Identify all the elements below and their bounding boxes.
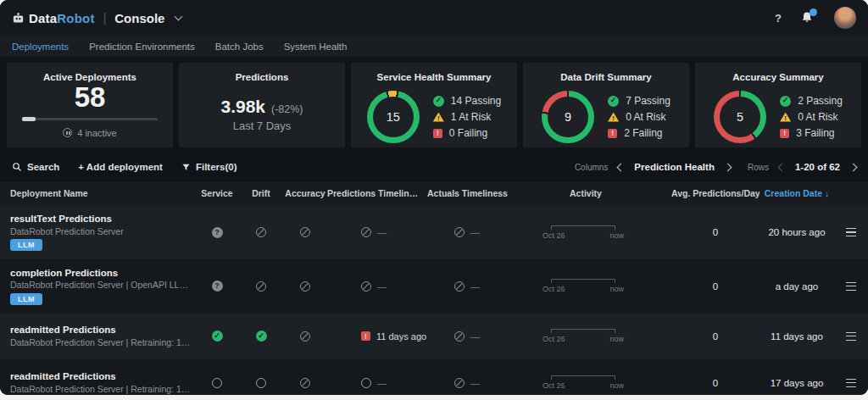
accuracy-donut-chart: 5: [714, 91, 766, 143]
search-button[interactable]: Search: [12, 162, 59, 172]
drift-status-icon: [256, 227, 266, 237]
legend-label: 2 Failing: [624, 127, 662, 139]
predictions-timeliness-icon: [361, 378, 371, 388]
table-row[interactable]: readmitted Predictions DataRobot Predict…: [0, 313, 868, 359]
header-accuracy[interactable]: Accuracy: [283, 188, 327, 198]
deployment-name-cell[interactable]: completion Predictions DataRobot Predict…: [0, 268, 195, 305]
card-title: Service Health Summary: [351, 72, 517, 82]
actuals-timeliness-icon: [454, 281, 465, 292]
card-title: Accuracy Summary: [695, 72, 861, 82]
datarobot-logo[interactable]: DataRobot: [12, 11, 95, 25]
tab-deployments[interactable]: Deployments: [12, 42, 69, 52]
passing-icon: [433, 96, 444, 107]
llm-badge: LLM: [10, 293, 42, 305]
filters-button[interactable]: Filters(0): [181, 162, 237, 172]
service-status-icon: [212, 227, 223, 238]
table-row[interactable]: completion Predictions DataRobot Predict…: [0, 259, 868, 313]
rows-prev-icon[interactable]: [777, 163, 786, 171]
accuracy-status-icon: [300, 378, 310, 388]
console-app-switcher[interactable]: Console: [114, 11, 181, 25]
accuracy-status-icon: [300, 281, 310, 292]
inactive-pause-icon: [63, 128, 72, 137]
legend-label: 14 Passing: [451, 95, 501, 107]
drift-status-icon: [256, 281, 266, 292]
legend-label: 0 Failing: [449, 127, 487, 139]
tab-system-health[interactable]: System Health: [284, 42, 348, 52]
header-avg-predictions[interactable]: Avg. Predictions/Day: [671, 188, 760, 198]
predictions-delta: (-82%): [271, 103, 303, 115]
notifications-bell-icon[interactable]: [800, 10, 815, 25]
service-health-donut-chart: 15: [367, 91, 420, 143]
creation-date-value: 11 days ago: [760, 331, 834, 342]
help-button[interactable]: ?: [775, 12, 782, 25]
activity-sparkline: Oct 26now: [542, 225, 624, 240]
avg-predictions-value: 0: [671, 227, 760, 237]
header-activity[interactable]: Activity: [536, 188, 671, 198]
row-menu-icon[interactable]: [846, 228, 856, 236]
header-service[interactable]: Service: [195, 188, 239, 198]
brand-name: DataRobot: [29, 11, 95, 25]
legend-label: 3 Failing: [796, 127, 834, 139]
table-row[interactable]: resultText Predictions DataRobot Predict…: [0, 205, 868, 259]
header-predictions-timeliness[interactable]: Predictions Timelin…: [327, 188, 417, 198]
top-bar: DataRobot | Console ?: [0, 0, 868, 36]
table-toolbar: Search + Add deployment Filters(0) Colum…: [0, 153, 868, 181]
header-creation-date[interactable]: Creation Date ↓: [760, 188, 834, 198]
datarobot-console-window: DataRobot | Console ? Deployments Predic…: [0, 0, 868, 395]
deployments-progress-bar: [22, 118, 159, 120]
search-icon: [12, 162, 22, 172]
predictions-card: Predictions 3.98k (-82%) Last 7 Days: [179, 63, 345, 147]
header-drift[interactable]: Drift: [239, 188, 283, 198]
console-nav: Deployments Prediction Environments Batc…: [0, 36, 868, 58]
chevron-down-icon: [175, 13, 183, 21]
card-title: Predictions: [179, 72, 345, 82]
tab-prediction-environments[interactable]: Prediction Environments: [89, 42, 195, 52]
drift-status-icon: [256, 331, 267, 342]
deployment-name-cell[interactable]: readmitted Predictions DataRobot Predict…: [0, 325, 195, 347]
service-status-icon: [212, 281, 223, 292]
deployment-name-cell[interactable]: resultText Predictions DataRobot Predict…: [0, 214, 195, 251]
avg-predictions-value: 0: [671, 331, 760, 342]
columns-prev-icon[interactable]: [617, 163, 626, 171]
columns-next-icon[interactable]: [723, 163, 732, 171]
avg-predictions-value: 0: [671, 378, 760, 388]
table-header: Deployment Name Service Drift Accuracy P…: [0, 181, 868, 205]
actuals-timeliness-icon: [454, 378, 465, 388]
activity-sparkline: Oct 26now: [542, 375, 624, 390]
row-menu-icon[interactable]: [846, 379, 856, 387]
table-row[interactable]: readmitted Predictions DataRobot Predict…: [0, 359, 868, 395]
accuracy-summary-card: Accuracy Summary 5 2 Passing 0 At Risk 3…: [695, 63, 861, 147]
at-risk-icon: [433, 113, 444, 122]
activity-sparkline: Oct 26now: [542, 329, 624, 343]
legend-label: 7 Passing: [626, 95, 670, 107]
activity-sparkline: Oct 26now: [542, 279, 624, 293]
llm-badge: LLM: [10, 239, 42, 251]
robot-icon: [12, 12, 25, 25]
add-deployment-button[interactable]: + Add deployment: [78, 162, 163, 172]
failing-icon: [780, 129, 789, 138]
row-menu-icon[interactable]: [846, 332, 856, 341]
active-deployments-count: 58: [7, 82, 173, 114]
at-risk-icon: [608, 113, 619, 122]
columns-preset[interactable]: Prediction Health: [634, 162, 715, 172]
header-actuals-timeliness[interactable]: Actuals Timeliness: [417, 188, 536, 198]
legend-label: 0 At Risk: [626, 111, 665, 123]
active-deployments-card: Active Deployments 58 4 inactive: [7, 63, 173, 147]
row-menu-icon[interactable]: [846, 282, 856, 291]
predictions-period: Last 7 Days: [179, 119, 345, 132]
drift-status-icon: [256, 378, 266, 388]
notification-badge: [810, 8, 817, 16]
divider: |: [103, 11, 107, 25]
accuracy-status-icon: [300, 331, 310, 342]
user-avatar[interactable]: [834, 7, 856, 29]
header-deployment-name[interactable]: Deployment Name: [0, 188, 195, 198]
predictions-timeliness-icon: [361, 281, 371, 292]
deployment-name-cell[interactable]: readmitted Predictions DataRobot Predict…: [0, 371, 195, 394]
service-status-icon: [212, 331, 223, 342]
rows-next-icon[interactable]: [849, 163, 858, 171]
rows-label: Rows: [748, 163, 769, 172]
failing-icon: [433, 129, 442, 138]
sort-desc-icon: ↓: [825, 188, 829, 198]
service-health-summary-card: Service Health Summary 15 14 Passing 1 A…: [351, 63, 517, 147]
tab-batch-jobs[interactable]: Batch Jobs: [215, 42, 264, 52]
